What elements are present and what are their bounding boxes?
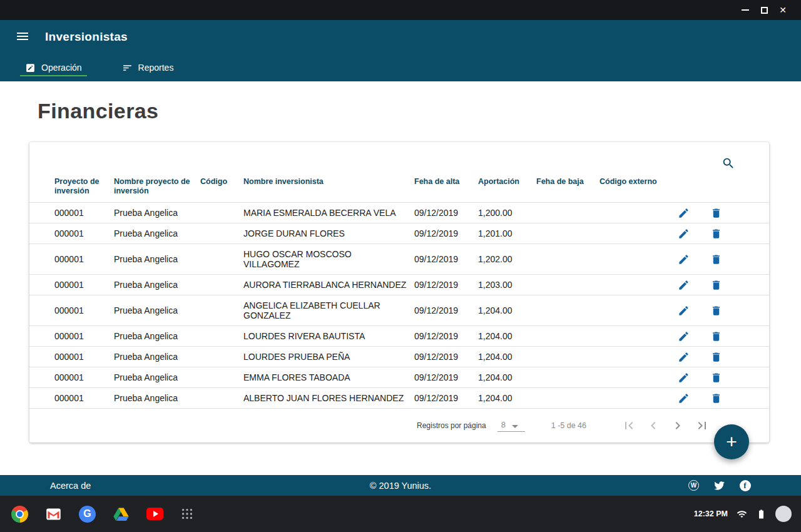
tab-operacion[interactable]: Operación [19, 54, 88, 81]
maximize-button[interactable] [755, 0, 773, 20]
window-titlebar: ✕ [0, 0, 801, 20]
cell-fecha-alta: 09/12/2019 [414, 295, 478, 326]
minimize-icon [742, 9, 749, 11]
drive-icon[interactable] [113, 506, 130, 523]
chevron-right-icon [670, 418, 685, 433]
edit-button[interactable] [678, 304, 691, 317]
hamburger-menu-button[interactable] [15, 29, 31, 45]
plus-icon: + [726, 431, 737, 453]
delete-button[interactable] [710, 350, 724, 364]
cell-actions [675, 388, 769, 409]
delete-button[interactable] [710, 371, 724, 384]
cell-nombre-proyecto: Prueba Angelica [114, 326, 200, 347]
table-body: 000001Prueba AngelicaMARIA ESMERALDA BEC… [29, 203, 769, 409]
edit-pencil-icon [678, 351, 690, 363]
battery-icon[interactable] [756, 509, 767, 519]
investors-table-card: Proyecto de inversión Nombre proyecto de… [29, 142, 769, 442]
facebook-icon: f [740, 480, 751, 491]
cell-nombre-proyecto: Prueba Angelica [114, 275, 200, 295]
clock[interactable]: 12:32 PM [694, 509, 728, 518]
prev-page-button[interactable] [646, 418, 661, 433]
cell-actions [675, 326, 769, 347]
delete-button[interactable] [710, 227, 724, 240]
search-button[interactable] [722, 156, 737, 171]
cell-fecha-alta: 09/12/2019 [414, 275, 478, 295]
cell-actions [675, 347, 769, 367]
facebook-link[interactable]: f [739, 479, 751, 491]
cell-fecha-baja [536, 367, 599, 388]
wordpress-link[interactable]: W [688, 479, 700, 491]
cell-nombre-inversionista: LOURDES PRUEBA PEÑA [243, 347, 414, 367]
edit-button[interactable] [678, 206, 691, 220]
cell-codigo-externo [599, 367, 675, 388]
delete-button[interactable] [710, 391, 724, 405]
trash-icon [710, 330, 722, 342]
last-page-button[interactable] [695, 418, 710, 433]
edit-button[interactable] [678, 252, 691, 266]
cell-nombre-proyecto: Prueba Angelica [114, 203, 200, 223]
cell-nombre-proyecto: Prueba Angelica [114, 295, 200, 326]
account-avatar[interactable] [775, 506, 792, 522]
add-button[interactable]: + [714, 424, 749, 459]
delete-button[interactable] [710, 206, 724, 220]
cell-fecha-alta: 09/12/2019 [414, 367, 478, 388]
next-page-button[interactable] [670, 418, 685, 433]
status-tray[interactable]: 12:32 PM [694, 506, 792, 522]
cell-aportacion: 1,203.00 [478, 275, 536, 295]
wifi-icon[interactable] [737, 509, 747, 519]
reports-icon [122, 63, 133, 73]
edit-button[interactable] [678, 371, 691, 384]
table-row: 000001Prueba AngelicaEMMA FLORES TABOADA… [29, 367, 769, 388]
first-page-button[interactable] [621, 418, 636, 433]
page-size-select[interactable]: 8 [497, 420, 525, 432]
app-title: Inversionistas [45, 30, 128, 44]
cell-fecha-alta: 09/12/2019 [414, 203, 478, 223]
cell-fecha-alta: 09/12/2019 [414, 388, 478, 409]
cell-codigo-externo [599, 326, 675, 347]
cell-codigo-externo [599, 244, 675, 275]
edit-button[interactable] [678, 350, 691, 364]
cell-codigo [200, 326, 243, 347]
cell-proyecto-inversion: 000001 [29, 388, 114, 409]
edit-pencil-icon [678, 279, 690, 291]
google-icon[interactable]: G [79, 506, 96, 523]
cell-proyecto-inversion: 000001 [29, 347, 114, 367]
edit-pencil-icon [678, 207, 690, 219]
tab-reportes[interactable]: Reportes [116, 54, 180, 81]
table-row: 000001Prueba AngelicaMARIA ESMERALDA BEC… [29, 203, 769, 223]
delete-button[interactable] [710, 252, 724, 266]
gmail-icon[interactable] [45, 506, 62, 523]
edit-button[interactable] [678, 391, 691, 405]
cell-fecha-alta: 09/12/2019 [414, 244, 478, 275]
edit-button[interactable] [678, 329, 691, 343]
edit-pencil-icon [678, 330, 690, 342]
edit-button[interactable] [678, 278, 691, 292]
cell-aportacion: 1,204.00 [478, 295, 536, 326]
cell-proyecto-inversion: 000001 [29, 367, 114, 388]
table-row: 000001Prueba AngelicaLOURDES PRUEBA PEÑA… [29, 347, 769, 367]
trash-icon [710, 279, 722, 291]
cell-fecha-baja [536, 244, 599, 275]
close-button[interactable]: ✕ [773, 0, 792, 20]
edit-button[interactable] [678, 227, 691, 240]
delete-button[interactable] [710, 278, 724, 292]
table-row: 000001Prueba AngelicaAURORA TIERRABLANCA… [29, 275, 769, 295]
youtube-icon[interactable] [146, 508, 163, 520]
cell-actions [675, 244, 769, 275]
cell-codigo-externo [599, 295, 675, 326]
hamburger-menu-icon [15, 29, 30, 44]
chrome-icon[interactable] [11, 506, 28, 523]
delete-button[interactable] [710, 329, 724, 343]
pager [621, 418, 710, 433]
cell-actions [675, 275, 769, 295]
twitter-link[interactable] [713, 479, 725, 491]
trash-icon [710, 351, 722, 363]
page-title: Financieras [38, 99, 801, 123]
delete-button[interactable] [710, 304, 724, 317]
page-size-value: 8 [501, 420, 506, 429]
cell-nombre-inversionista: ALBERTO JUAN FLORES HERNANDEZ [243, 388, 414, 409]
cell-actions [675, 223, 769, 244]
about-link[interactable]: Acerca de [50, 481, 91, 491]
app-launcher-icon[interactable] [180, 507, 194, 521]
minimize-button[interactable] [736, 0, 755, 20]
